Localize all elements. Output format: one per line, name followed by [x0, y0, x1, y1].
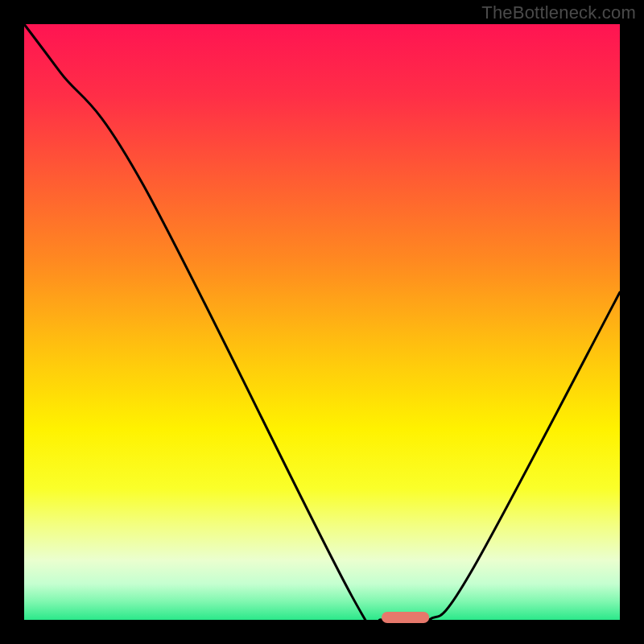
chart-container: TheBottleneck.com [0, 0, 644, 644]
bottleneck-chart [0, 0, 644, 644]
plot-background [24, 24, 620, 620]
optimal-range-marker [382, 612, 429, 623]
watermark-text: TheBottleneck.com [481, 2, 636, 23]
